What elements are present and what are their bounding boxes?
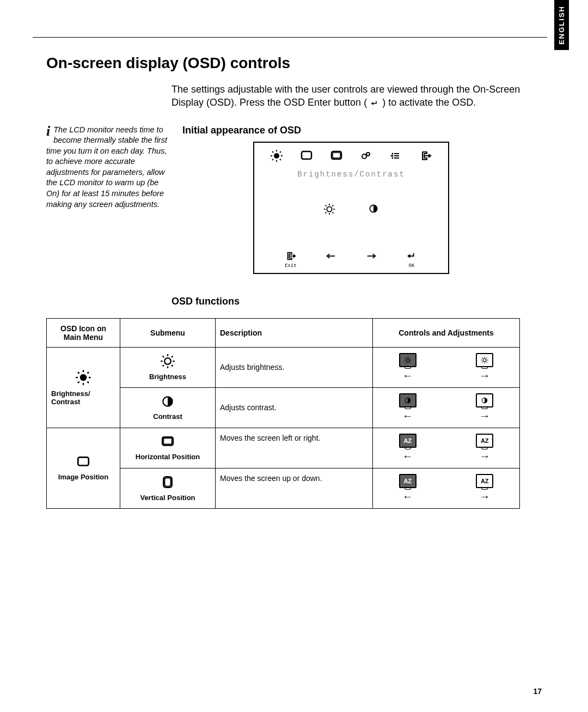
th-submenu: Submenu [120, 318, 216, 347]
osd-title: Brightness/Contrast [254, 170, 448, 179]
osd-mid-icons [254, 203, 448, 217]
contrast-icon [161, 394, 175, 410]
subheading-initial: Initial appearance of OSD [182, 125, 542, 136]
increase-contrast: → [476, 393, 493, 422]
submenu-label: Vertical Position [140, 494, 195, 502]
controls-contrast: ← → [373, 387, 520, 428]
osd-preview: Brightness/Contrast Exit [253, 142, 449, 274]
osd-tab-bar [254, 149, 448, 165]
arrow-left-icon: ← [402, 369, 413, 382]
brightness-icon [160, 354, 175, 370]
osd-functions-table: OSD Icon on Main Menu Submenu Descriptio… [46, 318, 520, 509]
submenu-label: Brightness [149, 373, 186, 381]
monitor-light-icon [476, 353, 493, 367]
arrow-left-icon: ← [402, 450, 413, 463]
vertical-position-icon [161, 474, 175, 491]
monitor-az-right-icon: AZ [476, 434, 493, 448]
monitor-dark-icon [399, 393, 416, 407]
position-icon [299, 149, 314, 165]
increase-brightness: → [476, 353, 493, 382]
desc-brightness: Adjusts brightness. [216, 347, 373, 387]
brightness-icon [75, 369, 91, 387]
submenu-contrast: Contrast [120, 387, 216, 428]
th-controls: Controls and Adjustments [373, 318, 520, 347]
desc-vpos: Moves the screen up or down. [216, 468, 373, 508]
controls-brightness: ← → [373, 347, 520, 387]
move-left: AZ ← [399, 434, 416, 463]
menu-icon [388, 149, 403, 165]
desc-hpos: Moves the screen left or right. [216, 428, 373, 468]
arrow-right-icon: → [479, 490, 490, 503]
page-title: On-screen display (OSD) controls [46, 54, 542, 72]
arrow-right-icon [365, 250, 377, 262]
setup-icon [329, 149, 344, 165]
submenu-vpos: Vertical Position [120, 468, 216, 508]
arrow-left-icon [325, 250, 337, 262]
group-label: Brightness/ Contrast [51, 390, 115, 406]
monitor-az-left-icon: AZ [399, 434, 416, 448]
intro-paragraph: The settings adjustable with the user co… [171, 83, 542, 109]
osd-nav-right [365, 250, 377, 269]
monitor-az-up-icon: AZ [399, 474, 416, 488]
osd-nav-row: Exit OK [254, 250, 448, 269]
arrow-left-icon: ← [402, 490, 413, 503]
move-down: AZ → [476, 474, 493, 503]
language-tab: ENGLISH [554, 0, 569, 50]
enter-icon [406, 250, 418, 262]
arrow-left-icon: ← [402, 410, 413, 422]
arrow-right-icon: → [479, 369, 490, 382]
table-row: Image Position Horizontal Position Moves… [47, 428, 520, 468]
subheading-functions: OSD functions [171, 296, 542, 307]
submenu-label: Contrast [153, 412, 182, 421]
position-icon [75, 455, 91, 471]
top-rule [33, 37, 547, 38]
osd-nav-exit: Exit [285, 250, 297, 269]
contrast-sub-icon [368, 203, 379, 217]
move-up: AZ ← [399, 474, 416, 503]
exit-label: Exit [285, 263, 297, 269]
enter-icon [370, 96, 379, 109]
table-header-row: OSD Icon on Main Menu Submenu Descriptio… [47, 318, 520, 347]
controls-vpos: AZ ← AZ → [373, 468, 520, 508]
decrease-brightness: ← [399, 353, 416, 382]
brightness-sub-icon [323, 203, 335, 217]
info-icon: i [46, 125, 50, 137]
submenu-label: Horizontal Position [136, 453, 200, 461]
info-note: i The LCD monitor needs time to become t… [46, 125, 171, 274]
submenu-hpos: Horizontal Position [120, 428, 216, 468]
osd-nav-ok: OK [406, 250, 418, 269]
note-text: The LCD monitor needs time to become the… [46, 125, 167, 209]
th-description: Description [216, 318, 373, 347]
ok-label: OK [409, 263, 415, 269]
group-label: Image Position [58, 473, 108, 481]
table-row: Brightness/ Contrast Brightness Adjusts … [47, 347, 520, 387]
decrease-contrast: ← [399, 393, 416, 422]
desc-contrast: Adjusts contrast. [216, 387, 373, 428]
exit-icon [418, 149, 433, 165]
exit-icon [285, 250, 297, 262]
group-brightness-contrast: Brightness/ Contrast [47, 347, 120, 428]
intro-text-after: ) to activate the OSD. [382, 97, 476, 108]
options-icon [358, 149, 373, 165]
group-image-position: Image Position [47, 428, 120, 508]
submenu-brightness: Brightness [120, 347, 216, 387]
monitor-dark-icon [399, 353, 416, 367]
arrow-right-icon: → [479, 410, 490, 422]
controls-hpos: AZ ← AZ → [373, 428, 520, 468]
move-right: AZ → [476, 434, 493, 463]
brightness-icon [269, 149, 284, 165]
horizontal-position-icon [160, 435, 176, 451]
osd-nav-left [325, 250, 337, 269]
page-number: 17 [533, 687, 542, 696]
monitor-az-down-icon: AZ [476, 474, 493, 488]
th-main-icon: OSD Icon on Main Menu [47, 318, 120, 347]
monitor-light-icon [476, 393, 493, 407]
arrow-right-icon: → [479, 450, 490, 463]
